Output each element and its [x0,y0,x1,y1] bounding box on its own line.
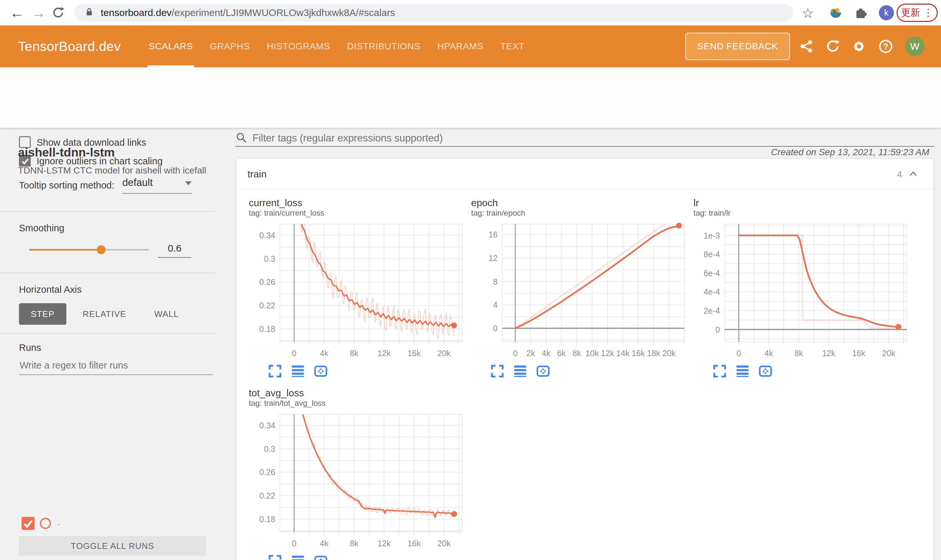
refresh-icon[interactable] [825,39,840,54]
svg-text:16k: 16k [632,349,645,358]
svg-text:0.22: 0.22 [259,301,275,310]
run-color-circle[interactable] [40,518,51,529]
tag-group-count: 4 [897,169,902,180]
settings-gear-icon[interactable] [852,39,867,54]
chart-plot-tot_avg_loss[interactable]: 0.180.220.260.30.3404k8k12k16k20k [249,412,464,548]
svg-text:20k: 20k [882,349,896,358]
send-feedback-button[interactable]: SEND FEEDBACK [685,33,790,60]
divider [0,211,216,212]
axis-option-relative[interactable]: RELATIVE [71,303,138,325]
svg-text:12k: 12k [377,539,391,548]
scalars-main-panel: train 4 current_losstag: train/current_l… [216,128,941,560]
browser-profile-avatar[interactable]: k [879,5,894,20]
expand-chart-icon[interactable] [490,364,504,378]
browser-back-icon[interactable]: ← [10,5,24,21]
chart-title: lr [694,197,909,208]
browser-toolbar: ← → tensorboard.dev/experiment/LJI9MWUOR… [0,0,941,26]
tab-text[interactable]: TEXT [500,26,524,67]
tag-group-header[interactable]: train 4 [236,159,933,189]
svg-text:0: 0 [513,349,518,358]
svg-text:4k: 4k [542,349,551,358]
svg-text:20k: 20k [662,349,676,358]
runs-filter-input[interactable] [19,360,213,371]
svg-text:4k: 4k [320,539,329,548]
divider [0,272,216,273]
divider [0,333,216,334]
browser-menu-icon[interactable]: ⋮ [923,8,933,18]
svg-text:12k: 12k [601,349,614,358]
tooltip-sorting-dropdown[interactable]: default [122,177,192,194]
browser-reload-icon[interactable] [52,6,65,19]
user-avatar[interactable]: W [905,37,925,56]
salad-extension-icon[interactable] [828,6,843,20]
plugin-tabs: SCALARSGRAPHSHISTOGRAMSDISTRIBUTIONSHPAR… [149,26,524,67]
horizontal-axis-label: Horizontal Axis [19,284,82,295]
scalar-chart-tot_avg_loss: tot_avg_losstag: train/tot_avg_loss0.180… [249,388,464,560]
chart-tag: tag: train/tot_avg_loss [249,398,464,408]
svg-text:0: 0 [292,349,296,358]
axis-option-step[interactable]: STEP [19,303,66,325]
toggle-all-runs-button[interactable]: TOGGLE ALL RUNS [19,536,206,556]
svg-text:0.26: 0.26 [259,277,275,286]
log-scale-icon[interactable] [513,364,528,378]
content-area: Show data download links Ignore outliers… [0,128,941,560]
svg-text:6e-4: 6e-4 [703,269,720,278]
tab-histograms[interactable]: HISTOGRAMS [267,26,330,67]
svg-text:12k: 12k [822,349,835,358]
chart-plot-lr[interactable]: 02e-44e-46e-48e-41e-304k8k12k16k20k [694,222,909,358]
svg-text:16k: 16k [852,349,865,358]
tab-distributions[interactable]: DISTRIBUTIONS [347,26,421,67]
log-scale-icon[interactable] [291,364,305,378]
chevron-up-icon[interactable] [908,169,918,179]
axis-option-wall[interactable]: WALL [143,303,191,325]
expand-chart-icon[interactable] [268,364,282,378]
bookmark-star-icon[interactable]: ☆ [802,5,814,21]
slider-handle[interactable] [97,245,106,254]
tooltip-sorting-label: Tooltip sorting method: [19,180,114,191]
address-bar[interactable]: tensorboard.dev/experiment/LJI9MWUORLOw3… [74,4,793,22]
tag-filter [235,130,935,147]
svg-text:14k: 14k [616,349,630,358]
browser-update-button[interactable]: 更新 ⋮ [896,4,938,22]
svg-text:8: 8 [493,277,498,286]
expand-chart-icon[interactable] [713,364,727,378]
app-logo[interactable]: TensorBoard.dev [18,26,121,67]
smoothing-value[interactable]: 0.6 [158,243,191,258]
run-checkbox[interactable] [22,517,35,530]
chart-plot-epoch[interactable]: 048121602k4k6k8k10k12k14k16k18k20k [471,222,687,358]
share-icon[interactable] [799,39,814,54]
svg-text:?: ? [883,42,888,51]
help-icon[interactable]: ? [878,39,893,54]
fit-domain-icon[interactable] [536,364,550,378]
svg-text:0.34: 0.34 [259,231,275,240]
fit-domain-icon[interactable] [758,364,773,378]
scalar-chart-current_loss: current_losstag: train/current_loss0.180… [249,197,464,378]
log-scale-icon[interactable] [291,554,305,560]
svg-text:18k: 18k [647,349,660,358]
svg-text:0.3: 0.3 [264,254,275,263]
svg-text:0.34: 0.34 [259,421,275,430]
tag-group-title: train [247,169,267,180]
tab-hparams[interactable]: HPARAMS [438,26,484,67]
svg-text:0: 0 [292,539,296,548]
experiment-name: aishell-tdnn-lstm [18,146,115,160]
extensions-puzzle-icon[interactable] [854,6,868,20]
smoothing-slider[interactable] [29,249,149,251]
expand-chart-icon[interactable] [268,554,282,560]
svg-text:0.18: 0.18 [259,325,275,334]
log-scale-icon[interactable] [735,364,750,378]
scalar-chart-lr: lrtag: train/lr02e-44e-46e-48e-41e-304k8… [694,197,909,378]
tab-scalars[interactable]: SCALARS [149,26,193,67]
fit-domain-icon[interactable] [313,554,328,560]
experiment-info-bar: aishell-tdnn-lstm TDNN-LSTM CTC model fo… [0,67,941,128]
tab-graphs[interactable]: GRAPHS [210,26,250,67]
chevron-down-icon [185,182,191,185]
chart-plot-current_loss[interactable]: 0.180.220.260.30.3404k8k12k16k20k [249,222,464,358]
browser-forward-icon[interactable]: → [31,5,46,21]
chart-toolbar [490,364,687,378]
fit-domain-icon[interactable] [313,364,328,378]
experiment-created-date: Created on Sep 13, 2021, 11:59:23 AM [771,147,929,157]
tag-filter-input[interactable] [252,132,873,145]
chart-toolbar [713,364,909,378]
svg-text:0: 0 [716,325,720,334]
